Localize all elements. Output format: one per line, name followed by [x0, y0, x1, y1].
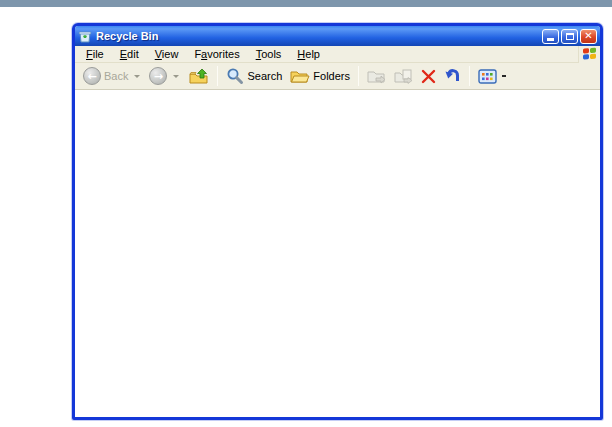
recycle-bin-window: Recycle Bin ✕ File Edit View Favorites T… — [72, 23, 603, 420]
menu-edit[interactable]: Edit — [112, 47, 147, 62]
menu-bar: File Edit View Favorites Tools Help — [75, 46, 600, 63]
page-top-stripe — [0, 0, 612, 7]
close-button[interactable]: ✕ — [580, 29, 597, 44]
up-folder-icon — [189, 68, 209, 85]
maximize-icon — [566, 33, 574, 40]
move-to-icon — [367, 69, 386, 84]
delete-button[interactable] — [418, 67, 439, 86]
file-list-area[interactable] — [75, 90, 600, 417]
maximize-button[interactable] — [561, 29, 578, 44]
toolbar-separator — [217, 66, 218, 86]
back-icon: ← — [83, 67, 101, 85]
undo-arrow-icon — [444, 68, 461, 84]
views-icon — [478, 69, 497, 84]
close-icon: ✕ — [584, 31, 592, 41]
folders-button[interactable]: Folders — [287, 67, 353, 86]
copy-to-icon — [394, 69, 413, 84]
windows-flag-icon — [578, 46, 600, 63]
forward-dropdown-chevron-icon[interactable] — [173, 75, 179, 78]
undo-button[interactable] — [441, 66, 464, 86]
search-icon — [226, 67, 244, 85]
copy-to-button[interactable] — [391, 67, 416, 86]
toolbar-separator — [358, 66, 359, 86]
forward-button[interactable]: → — [146, 65, 170, 87]
menu-favorites[interactable]: Favorites — [186, 47, 247, 62]
window-controls: ✕ — [542, 29, 597, 44]
minimize-icon — [547, 38, 554, 41]
window-titlebar[interactable]: Recycle Bin ✕ — [75, 26, 600, 46]
menu-file[interactable]: File — [78, 47, 112, 62]
back-dropdown-chevron-icon[interactable] — [134, 75, 140, 78]
back-button[interactable]: ← Back — [80, 65, 131, 87]
recycle-bin-icon — [78, 30, 92, 43]
search-label: Search — [247, 70, 282, 82]
up-button[interactable] — [186, 66, 212, 87]
move-to-button[interactable] — [364, 67, 389, 86]
folders-label: Folders — [313, 70, 350, 82]
menu-view[interactable]: View — [147, 47, 187, 62]
delete-x-icon — [421, 69, 436, 84]
back-label: Back — [104, 70, 128, 82]
views-button[interactable] — [475, 67, 509, 86]
toolbar: ← Back → — [75, 63, 600, 90]
search-button[interactable]: Search — [223, 65, 285, 87]
page: Recycle Bin ✕ File Edit View Favorites T… — [0, 0, 612, 427]
minimize-button[interactable] — [542, 29, 559, 44]
folders-icon — [290, 69, 310, 84]
window-title: Recycle Bin — [96, 26, 538, 46]
views-dropdown-icon — [502, 75, 506, 77]
menu-tools[interactable]: Tools — [248, 47, 290, 62]
forward-icon: → — [149, 67, 167, 85]
menu-help[interactable]: Help — [289, 47, 328, 62]
toolbar-separator — [469, 66, 470, 86]
